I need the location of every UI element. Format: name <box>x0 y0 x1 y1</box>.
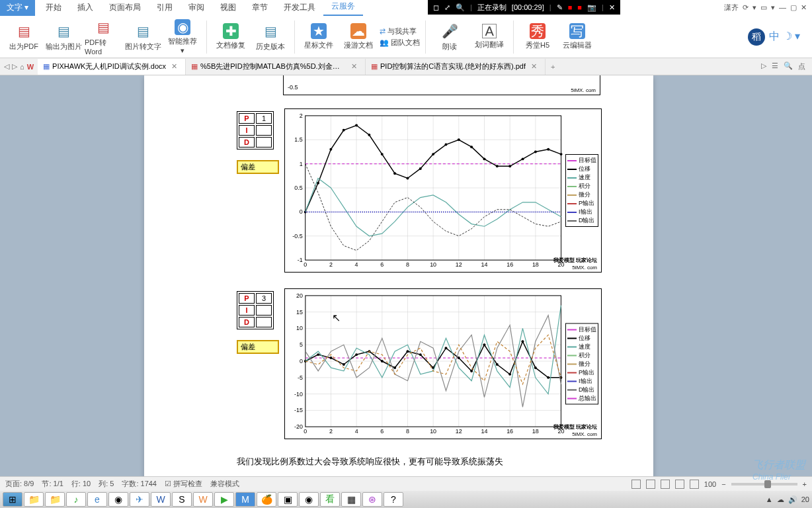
tab-section[interactable]: 章节 <box>244 0 276 16</box>
tray-icon[interactable]: ▲ <box>766 495 773 503</box>
tray-icon[interactable]: 🔊 <box>788 495 797 504</box>
doc-tab-2[interactable]: ▦ %5B先进PID控制MATLAB仿真%5D.刘金琨.高清文字版.pdf ✕ <box>186 59 366 75</box>
task-app[interactable]: ◉ <box>299 492 319 507</box>
tab-view[interactable]: 视图 <box>212 0 244 16</box>
repair-icon: ✚ <box>223 23 239 39</box>
task-app[interactable]: e <box>87 492 107 507</box>
zoom-value[interactable]: 100 <box>704 480 716 488</box>
star-icon: ★ <box>311 23 327 39</box>
smart-button[interactable]: ◉智能推荐 ▾ <box>164 17 201 57</box>
close-icon[interactable]: ✕ <box>801 3 807 12</box>
record-stop-icon[interactable]: ■ <box>568 3 573 11</box>
zoom-in-icon[interactable]: + <box>803 480 807 488</box>
file-tab[interactable]: 文字 ▾ <box>0 0 35 16</box>
view-mode-icon[interactable] <box>661 480 670 489</box>
svg-point-38 <box>547 148 549 151</box>
view-mode-icon[interactable] <box>690 480 699 489</box>
sync-icon[interactable]: ⟳ <box>743 3 749 12</box>
status-words[interactable]: 字数: 1744 <box>122 479 157 489</box>
svg-text:0: 0 <box>300 208 303 215</box>
ocr-button[interactable]: ▤图片转文字 <box>124 17 161 57</box>
zoom-out-icon[interactable]: − <box>721 480 725 488</box>
list-icon[interactable]: ☰ <box>772 62 778 71</box>
tab-layout[interactable]: 页面布局 <box>101 0 149 16</box>
pdf-to-word-button[interactable]: ▤PDF转Word <box>85 17 122 57</box>
tab-review[interactable]: 审阅 <box>181 0 212 16</box>
nav-back-icon[interactable]: ◁ <box>4 62 9 71</box>
tray-time[interactable]: 20 <box>801 495 809 503</box>
close-icon[interactable]: ✕ <box>609 3 615 12</box>
ribbon-tabs: 文字 ▾ 开始 插入 页面布局 引用 审阅 视图 章节 开发工具 云服务 <box>0 0 363 16</box>
svg-text:-10: -10 <box>294 391 303 398</box>
doc-tab-1[interactable]: ▦ PIXHAWK无人机PID调试实例.docx ✕ <box>38 59 186 75</box>
min-icon[interactable]: — <box>779 3 786 11</box>
start-button[interactable]: ⊞ <box>3 492 22 507</box>
export-pdf-button[interactable]: ▤出为PDF <box>5 17 42 57</box>
task-app[interactable]: ? <box>384 492 403 507</box>
task-app[interactable]: ✈ <box>130 492 149 507</box>
zoom-slider[interactable] <box>731 483 797 486</box>
wps-logo-icon[interactable]: W <box>27 63 34 71</box>
history-icon: ▤ <box>261 22 280 40</box>
task-app[interactable]: 看 <box>320 492 340 507</box>
dot-icon[interactable]: 点 <box>798 62 805 71</box>
chart-legend: 目标值位移速度积分微分P输出I输出D输出 <box>565 154 598 227</box>
tab-insert[interactable]: 插入 <box>69 0 101 16</box>
tab-dev[interactable]: 开发工具 <box>276 0 323 16</box>
document-viewport[interactable]: -0.5 5iMX. com P1 I D 偏差 024681012141618… <box>0 75 812 476</box>
tab-close-icon[interactable]: ✕ <box>528 62 540 71</box>
share-button[interactable]: ⇄ 与我共享 <box>380 26 420 36</box>
export-image-button[interactable]: ▤输出为图片 <box>45 17 82 57</box>
svg-point-30 <box>444 144 447 146</box>
moon-icon[interactable]: 中 ☽ ▾ <box>769 30 800 44</box>
task-app[interactable]: S <box>172 492 192 507</box>
svg-text:0: 0 <box>300 358 303 364</box>
star-button[interactable]: ★星标文件 <box>300 17 337 57</box>
tab-cloud[interactable]: 云服务 <box>323 0 363 16</box>
repair-button[interactable]: ✚文档修复 <box>212 17 249 57</box>
tab-close-icon[interactable]: ✕ <box>169 62 180 71</box>
record-pause-icon[interactable]: ■ <box>577 3 582 11</box>
tab-references[interactable]: 引用 <box>149 0 181 16</box>
task-app[interactable]: 📁 <box>45 492 65 507</box>
svg-point-36 <box>522 157 524 160</box>
tab-home[interactable]: 开始 <box>38 0 69 16</box>
h5-button[interactable]: 秀秀堂H5 <box>519 17 556 57</box>
task-app[interactable]: 🍊 <box>257 492 276 507</box>
chart-svg: 02468101214161820-20-15-10-505101520 <box>285 289 601 439</box>
task-app[interactable]: ⊛ <box>362 492 382 507</box>
task-app[interactable]: ◉ <box>108 492 128 507</box>
status-page[interactable]: 页面: 8/9 <box>5 479 34 489</box>
task-app[interactable]: ▣ <box>278 492 298 507</box>
doc-tab-3[interactable]: ▦ PID控制算法的C语言实现.(绝对的好东西).pdf ✕ <box>366 59 546 75</box>
task-app[interactable]: ▶ <box>214 492 234 507</box>
pencil-icon[interactable]: ✎ <box>557 3 563 12</box>
skin-icon[interactable]: ▭ <box>760 3 767 12</box>
roam-button[interactable]: ☁漫游文档 <box>340 17 377 57</box>
home-icon[interactable]: ⌂ <box>20 63 24 71</box>
nav-fwd-icon[interactable]: ▷ <box>12 62 17 71</box>
history-button[interactable]: ▤历史版本 <box>252 17 289 57</box>
max-icon[interactable]: ▢ <box>790 3 797 12</box>
team-button[interactable]: 👥 团队文档 <box>380 38 420 48</box>
search-icon[interactable]: 🔍 <box>784 62 793 71</box>
doc-tab-label: PIXHAWK无人机PID调试实例.docx <box>52 62 166 71</box>
new-tab-icon[interactable]: + <box>546 63 560 71</box>
nav-icon[interactable]: ▷ <box>761 62 766 71</box>
camera-icon[interactable]: 📷 <box>587 3 596 12</box>
tab-close-icon[interactable]: ✕ <box>348 62 360 71</box>
view-mode-icon[interactable] <box>631 480 641 489</box>
tray-icon[interactable]: ☁ <box>777 495 784 504</box>
read-button[interactable]: 🎤朗读 <box>431 17 468 57</box>
task-app[interactable]: M <box>235 492 255 507</box>
task-app[interactable]: ▦ <box>341 492 361 507</box>
view-mode-icon[interactable] <box>646 480 655 489</box>
cloud-edit-button[interactable]: 写云编辑器 <box>559 17 596 57</box>
task-app[interactable]: W <box>193 492 213 507</box>
task-app[interactable]: W <box>151 492 171 507</box>
task-app[interactable]: 📁 <box>24 492 44 507</box>
status-spell[interactable]: ☑ 拼写检查 <box>165 479 202 489</box>
translate-button[interactable]: A划词翻译 <box>471 17 508 57</box>
view-mode-icon[interactable] <box>675 480 684 489</box>
task-app[interactable]: ♪ <box>66 492 86 507</box>
